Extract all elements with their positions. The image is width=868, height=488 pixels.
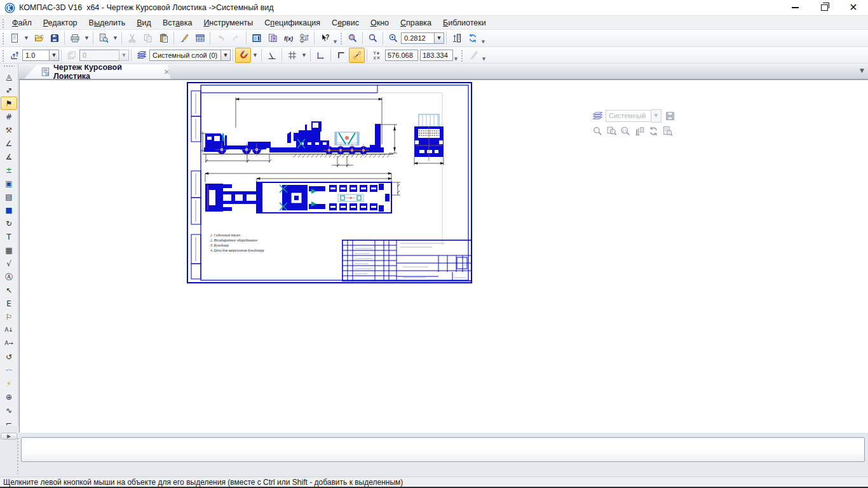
layers-icon[interactable] — [133, 48, 149, 63]
tab-close-icon[interactable]: × — [163, 68, 170, 76]
undo-button[interactable] — [212, 30, 228, 46]
close-button[interactable]: ✕ — [839, 0, 868, 15]
filter-brush-button[interactable] — [465, 48, 481, 63]
reports-tool[interactable]: ↻ — [1, 217, 17, 230]
layer-combo[interactable]: Системный слой (0) ▼ — [149, 50, 231, 61]
zoom-area-button[interactable] — [365, 30, 381, 46]
paste-button[interactable] — [156, 30, 172, 46]
fit-all-button[interactable] — [449, 30, 465, 46]
views-tool[interactable]: ▣ — [1, 177, 17, 190]
roughness-tool[interactable]: √ — [1, 257, 17, 270]
centerline-tool[interactable]: -·- — [1, 363, 17, 377]
grid-button[interactable] — [284, 48, 300, 63]
designations-tool[interactable]: ⚑ — [1, 97, 17, 110]
menu-item-view[interactable]: Вид — [131, 17, 157, 29]
menu-item-tools[interactable]: Инструменты — [198, 17, 259, 29]
state-toolbar-overflow[interactable]: ▼ — [453, 48, 459, 63]
state-toolbar-grip[interactable] — [1, 49, 4, 62]
tab-list-arrow[interactable]: ▼ — [860, 67, 864, 74]
corner-mark-tool[interactable]: ⌐ — [1, 417, 17, 430]
drawing-sheet[interactable]: 1. Седельный тягач 2. Негабаритное обору… — [187, 82, 472, 284]
overlay-layers-icon[interactable] — [590, 109, 604, 123]
print-button[interactable] — [67, 30, 83, 46]
spec-editor-button[interactable] — [192, 30, 208, 46]
zoom-in-button[interactable] — [385, 30, 401, 46]
zoom-value[interactable]: 0.2812 — [401, 32, 434, 44]
snap-magnet-button[interactable] — [235, 48, 251, 63]
overlay-view-combo[interactable]: Системный ▼ — [606, 109, 661, 123]
rounding-snap-button[interactable] — [349, 48, 365, 63]
step-combo[interactable]: 1.0 ▼ — [22, 50, 59, 61]
filter-toolbar-overflow[interactable]: ▼ — [481, 48, 487, 63]
minimize-button[interactable] — [780, 0, 810, 15]
print-dropdown[interactable]: ▼ — [83, 31, 91, 45]
copies-combo[interactable]: 0 ▼ — [79, 50, 129, 61]
leader-tool[interactable]: ↖ — [1, 283, 17, 297]
menu-item-editor[interactable]: Редактор — [37, 17, 83, 29]
overlay-save-icon[interactable] — [663, 109, 677, 123]
marking-leader-tool[interactable]: E — [1, 297, 17, 310]
panel-scroll-button[interactable]: ▶ — [1, 433, 17, 440]
designations-psp-tool[interactable]: # — [1, 110, 17, 123]
tables-tool[interactable]: ▦ — [1, 243, 17, 257]
renumber-button[interactable]: 12 — [296, 30, 312, 46]
window-layout-button[interactable] — [248, 30, 264, 46]
property-message-bar[interactable] — [21, 437, 865, 462]
menu-item-service[interactable]: Сервис — [326, 17, 365, 29]
view-toolbar-overflow[interactable]: ▼ — [480, 30, 486, 46]
center-mark-tool[interactable]: ⊕ — [1, 390, 17, 403]
copy-properties-button[interactable] — [176, 30, 192, 46]
cut-button[interactable] — [124, 30, 140, 46]
menu-item-select[interactable]: Выделить — [83, 17, 132, 29]
insertions-tool[interactable]: ▤ — [1, 190, 17, 203]
zoom-combo-arrow[interactable]: ▼ — [434, 32, 444, 44]
y-coordinate-field[interactable] — [420, 50, 453, 61]
open-button[interactable] — [31, 30, 46, 46]
restore-button[interactable] — [810, 0, 839, 15]
editing-tool[interactable]: ⚒ — [1, 123, 17, 137]
ortho-button[interactable] — [333, 48, 349, 63]
new-document-button[interactable] — [6, 30, 22, 46]
view-arrow-tool[interactable]: A→ — [1, 337, 17, 350]
redo-button[interactable] — [228, 30, 244, 46]
menu-item-specification[interactable]: Спецификация — [259, 17, 326, 29]
text-tool[interactable]: T — [1, 230, 17, 243]
step-value[interactable]: 1.0 — [22, 50, 49, 61]
drawing-canvas[interactable]: 1. Седельный тягач 2. Негабаритное обору… — [19, 79, 868, 433]
toolbar-grip[interactable] — [1, 32, 4, 44]
menu-item-file[interactable]: Файл — [6, 17, 37, 29]
overlay-preview-icon[interactable] — [660, 124, 674, 138]
panel-grip[interactable] — [3, 65, 15, 68]
zoom-selected-button[interactable] — [344, 30, 360, 46]
view-toolbar-grip[interactable] — [339, 32, 342, 44]
print-preview-dropdown[interactable]: ▼ — [111, 31, 119, 45]
autoaxis-tool[interactable]: ⚡ — [1, 377, 17, 390]
overlay-zoom-page-icon[interactable] — [604, 124, 618, 138]
save-button[interactable] — [46, 30, 62, 46]
toolbar-overflow[interactable]: ▼ — [332, 30, 338, 46]
overlay-view-arrow[interactable]: ▼ — [651, 109, 661, 123]
menu-item-help[interactable]: Справка — [395, 17, 437, 29]
step-combo-arrow[interactable]: ▼ — [49, 50, 59, 61]
functions-button[interactable]: f(x) — [280, 30, 296, 46]
dimensions-tool[interactable]: ↔ — [1, 83, 17, 97]
selection-tool[interactable]: ± — [1, 163, 17, 177]
refresh-button[interactable] — [465, 30, 480, 46]
layer-combo-arrow[interactable]: ▼ — [220, 50, 231, 61]
menu-item-window[interactable]: Окно — [365, 17, 395, 29]
zoom-combo[interactable]: 0.2812 ▼ — [401, 32, 444, 44]
specification-tool[interactable]: ■ — [1, 203, 17, 217]
filter-toolbar-grip[interactable] — [460, 49, 463, 62]
local-cs-button[interactable] — [313, 48, 329, 63]
overlay-zoom-area-icon[interactable] — [590, 124, 604, 138]
section-view-tool[interactable]: ↺ — [1, 350, 17, 363]
parametrization-tool[interactable]: ∠ — [1, 137, 17, 150]
wave-break-tool[interactable]: ∿ — [1, 403, 17, 417]
datum-tool[interactable]: Ⓐ — [1, 270, 17, 283]
copy-button[interactable] — [140, 30, 156, 46]
menu-grip[interactable] — [1, 18, 4, 28]
copies-combo-arrow[interactable]: ▼ — [119, 50, 129, 61]
positions-tool[interactable]: ⚐ — [1, 310, 17, 323]
variables-button[interactable]: ? — [264, 30, 280, 46]
x-coordinate-field[interactable] — [385, 50, 418, 61]
